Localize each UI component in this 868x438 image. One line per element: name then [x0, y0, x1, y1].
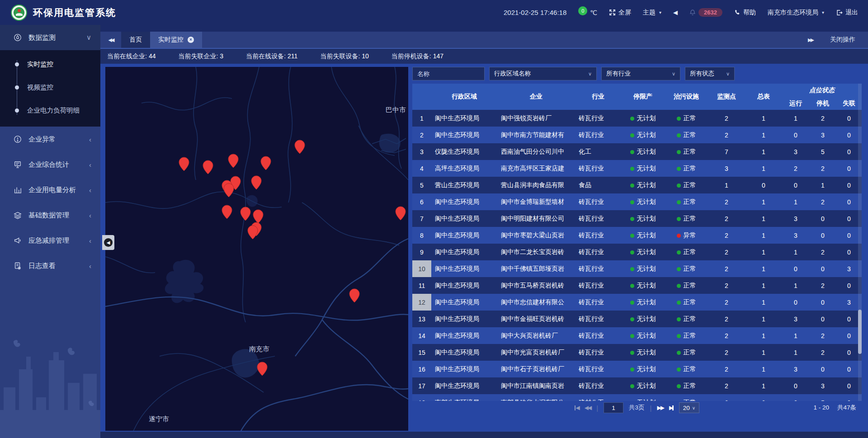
table-cell: 仪陇生态环境局: [431, 143, 497, 160]
sidebar-item-enterprise-statistics[interactable]: 企业综合统计‹: [0, 152, 100, 177]
map-svg[interactable]: 巴中市南充市遂宁市: [105, 67, 408, 431]
table-cell: 2: [708, 110, 745, 127]
table-cell: 6: [412, 193, 431, 210]
last-page-button[interactable]: ▶: [669, 405, 674, 411]
gauge-icon: [14, 33, 22, 42]
sidebar-item-enterprise-abnormal[interactable]: 企业异常‹: [0, 127, 100, 152]
table-row[interactable]: 10阆中生态环境局阆中千佛镇五郎垭页岩砖瓦行业无计划正常21003: [412, 260, 862, 277]
table-cell: 无计划: [621, 344, 665, 361]
status-dot-green-icon: [630, 200, 634, 204]
table-cell: 正常: [665, 160, 708, 177]
sidebar: 数据监测∨实时监控视频监控企业电力负荷明细企业异常‹企业综合统计‹企业用电量分析…: [0, 25, 100, 438]
sidebar-item-data-monitoring[interactable]: 数据监测∨: [0, 25, 100, 50]
first-page-button[interactable]: ◀: [575, 405, 579, 411]
sidebar-item-log-view[interactable]: 日志查看‹: [0, 253, 100, 278]
table-cell: 3: [782, 210, 809, 227]
table-row[interactable]: 18南部生态环境局南部县砖华水泥有限公建材化工无计划正常60050: [412, 394, 862, 401]
chevron-collapsed-icon: ‹: [89, 212, 91, 219]
next-page-button[interactable]: ▶▶: [657, 405, 664, 411]
col-monitor: 监测点: [708, 84, 745, 110]
status-dot-green-icon: [677, 250, 681, 254]
table-cell: 2: [708, 244, 745, 260]
table-row[interactable]: 11阆中生态环境局阆中市五马桥页岩机砖砖瓦行业无计划正常21120: [412, 277, 862, 294]
map-collapse-button[interactable]: ◀: [102, 235, 114, 250]
table-row[interactable]: 6阆中生态环境局阆中市金博瑞新型墙材砖瓦行业无计划正常21120: [412, 193, 862, 210]
fullscreen-button[interactable]: 全屏: [609, 9, 631, 17]
sidebar-item-power-analysis[interactable]: 企业用电量分析‹: [0, 177, 100, 203]
table-cell: 无计划: [621, 110, 665, 127]
table-row[interactable]: 9阆中生态环境局阆中市二龙长宝页岩砖砖瓦行业无计划正常21120: [412, 244, 862, 260]
table-row[interactable]: 7阆中生态环境局阆中明阳建材有限公司砖瓦行业无计划正常21300: [412, 210, 862, 227]
sidebar-item-base-data[interactable]: 基础数据管理‹: [0, 203, 100, 228]
table-cell: 砖瓦行业: [575, 294, 621, 311]
logout-button[interactable]: 退出: [836, 9, 858, 17]
tab-close-icon[interactable]: ×: [188, 37, 194, 43]
help-button[interactable]: 帮助: [734, 9, 756, 17]
status-dot-green-icon: [630, 234, 634, 238]
table-cell: 4: [412, 160, 431, 177]
table-row[interactable]: 13阆中生态环境局阆中市金福旺页岩机砖砖瓦行业无计划正常21300: [412, 311, 862, 327]
tabs-scroll-left-button[interactable]: ◀◀: [100, 32, 121, 48]
table-row[interactable]: 1阆中生态环境局阆中强锐页岩砖厂砖瓦行业无计划正常21120: [412, 110, 862, 127]
notifications[interactable]: 2632: [689, 8, 722, 17]
scrollbar-thumb[interactable]: [858, 310, 862, 354]
tabbar: ◀◀ 首页实时监控× ▶▶ 关闭操作: [100, 32, 868, 49]
org-dropdown[interactable]: 南充市生态环境局▾: [768, 9, 824, 17]
table-cell: 1: [412, 110, 431, 127]
industry-filter-select[interactable]: 所有行业∨: [601, 67, 680, 80]
page-size-select[interactable]: 20∨: [679, 402, 699, 413]
col-run: 运行: [782, 97, 809, 110]
table-cell: 0: [782, 294, 809, 311]
prev-page-button[interactable]: ◀◀: [585, 405, 591, 411]
table-row[interactable]: 5营山生态环境局营山县润丰肉食品有限食品无计划正常10010: [412, 177, 862, 193]
status-dot-green-icon: [677, 267, 681, 271]
table-row[interactable]: 14阆中生态环境局阆中大兴页岩机砖厂砖瓦行业无计划正常21120: [412, 327, 862, 344]
sidebar-subitem[interactable]: 视频监控: [0, 76, 100, 99]
table-cell: 阆中强锐页岩砖厂: [497, 110, 575, 127]
table-row[interactable]: 8阆中生态环境局阆中市枣碧大梁山页岩砖瓦行业无计划异常21300: [412, 227, 862, 244]
close-operations-button[interactable]: 关闭操作: [830, 36, 855, 44]
table-row[interactable]: 16阆中生态环境局阆中市石子页岩机砖厂砖瓦行业无计划正常21300: [412, 361, 862, 377]
tab-inactive[interactable]: 首页: [121, 32, 150, 48]
table-cell: 7: [412, 210, 431, 227]
sidebar-subitem[interactable]: 企业电力负荷明细: [0, 99, 100, 122]
table-cell: 无计划: [621, 127, 665, 143]
table-cell: 无计划: [621, 244, 665, 260]
table-cell: 1: [745, 110, 782, 127]
table-row[interactable]: 4高坪生态环境局南充市高坪区王家店建砖瓦行业无计划正常31220: [412, 160, 862, 177]
table-row[interactable]: 2阆中生态环境局阆中市南方节能建材有砖瓦行业无计划正常21030: [412, 127, 862, 143]
page-number-input[interactable]: [604, 402, 623, 413]
sidebar-subitem-label: 实时监控: [27, 60, 53, 69]
table-cell: 15: [412, 344, 431, 361]
table-cell: 阆中生态环境局: [431, 127, 497, 143]
col-point-status-group: 点位状态: [782, 84, 862, 97]
right-panel: 行政区域名称∨ 所有行业∨ 所有状态∨: [412, 67, 862, 432]
theme-dropdown[interactable]: 主题▾: [643, 9, 661, 17]
table-row[interactable]: 17阆中生态环境局阆中市江南镇阆南页岩砖瓦行业无计划正常21030: [412, 377, 862, 394]
chevron-collapsed-icon: ‹: [89, 136, 91, 143]
table-row[interactable]: 15阆中生态环境局阆中市光富页岩机砖厂砖瓦行业无计划正常21120: [412, 344, 862, 361]
name-filter-input[interactable]: [412, 67, 485, 80]
col-industry: 行业: [575, 84, 621, 110]
table-cell: 正常: [665, 327, 708, 344]
tabs-scroll-right-button[interactable]: ▶▶: [808, 37, 813, 43]
status-filter-select[interactable]: 所有状态∨: [685, 67, 735, 80]
status-dot-green-icon: [630, 284, 634, 288]
chevron-down-icon: ∨: [726, 71, 730, 77]
table-cell: 2: [412, 127, 431, 143]
table-row[interactable]: 12阆中生态环境局阆中市忠信建材有限公砖瓦行业无计划正常21003: [412, 294, 862, 311]
table-header: 行政区域 企业 行业 停限产 治污设施 监测点 总表 点位状态 运行: [412, 84, 862, 110]
table-cell: 2: [809, 193, 836, 210]
stat-label: 当前在线设备:: [246, 52, 286, 60]
table-scrollbar[interactable]: [858, 84, 862, 401]
tab-active[interactable]: 实时监控×: [150, 32, 202, 48]
status-dot-green-icon: [630, 250, 634, 254]
stat-label: 当前失联企业:: [178, 52, 218, 60]
sidebar-item-emergency-reduction[interactable]: 应急减排管理‹: [0, 228, 100, 253]
status-dot-green-icon: [677, 351, 681, 355]
region-filter-select[interactable]: 行政区域名称∨: [489, 67, 597, 80]
mute-icon[interactable]: ◀: [673, 9, 678, 16]
sidebar-subitem[interactable]: 实时监控: [0, 53, 100, 76]
table-row[interactable]: 3仪陇生态环境局西南油气田分公司川中化工无计划正常71350: [412, 143, 862, 160]
table-cell: 正常: [665, 210, 708, 227]
